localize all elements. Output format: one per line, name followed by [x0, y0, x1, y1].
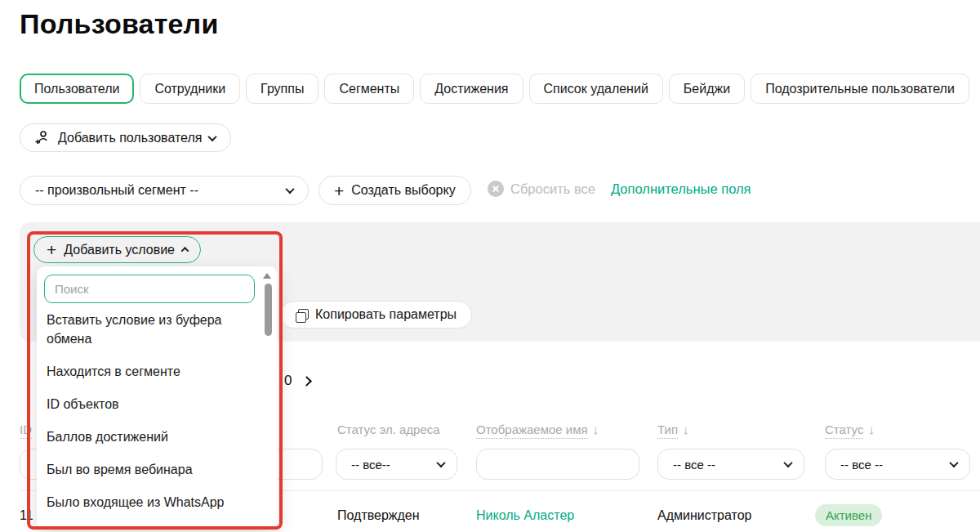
segment-select-value: -- произвольный сегмент --: [35, 183, 198, 198]
users-admin-page: Пользователи Пользователи Сотрудники Гру…: [0, 0, 980, 532]
condition-item-whatsapp-incoming[interactable]: Было входящее из WhatsApp: [47, 493, 257, 512]
section-tabs: Пользователи Сотрудники Группы Сегменты …: [20, 74, 969, 104]
condition-dropdown: Вставить условие из буфера обмена Находи…: [37, 266, 278, 530]
scrollbar-thumb[interactable]: [265, 284, 272, 336]
copy-icon: [296, 309, 308, 321]
add-user-icon: [35, 130, 51, 145]
column-label: Отображаемое имя: [476, 422, 588, 439]
condition-item-in-segment[interactable]: Находится в сегменте: [47, 362, 257, 381]
status-filter-select[interactable]: -- все --: [825, 449, 970, 480]
reset-all-button: Сбросить все: [488, 181, 595, 197]
tab-users[interactable]: Пользователи: [20, 74, 134, 104]
extra-fields-link[interactable]: Дополнительные поля: [611, 181, 751, 197]
scrollbar-up-icon[interactable]: [263, 273, 271, 279]
column-label: Статус эл. адреса: [337, 422, 440, 436]
plus-icon: +: [47, 241, 56, 258]
add-condition-label: Добавить условие: [64, 243, 175, 257]
tab-label: Подозрительные пользователи: [765, 82, 955, 96]
create-selection-label: Создать выборку: [351, 183, 455, 198]
column-label: ID: [20, 422, 32, 439]
tab-suspicious-users[interactable]: Подозрительные пользователи: [751, 74, 969, 104]
tab-segments[interactable]: Сегменты: [324, 74, 414, 104]
sort-desc-icon: ↓: [868, 422, 875, 436]
column-header-display-name[interactable]: Отображаемое имя ↓: [476, 422, 599, 439]
condition-search-input[interactable]: [44, 275, 255, 303]
tab-groups[interactable]: Группы: [246, 74, 318, 104]
segment-select[interactable]: -- произвольный сегмент --: [20, 176, 309, 205]
tab-staff[interactable]: Сотрудники: [140, 74, 240, 104]
tab-badges[interactable]: Бейджи: [669, 74, 745, 104]
display-name-filter-input[interactable]: [476, 449, 639, 480]
page-title: Пользователи: [20, 8, 219, 40]
create-selection-button[interactable]: + Создать выборку: [318, 176, 471, 205]
status-badge: Активен: [815, 504, 882, 526]
pagination: 0: [284, 373, 310, 389]
cell-id: 11: [20, 508, 33, 523]
select-value: -- все--: [351, 458, 390, 472]
add-condition-button[interactable]: + Добавить условие: [33, 236, 201, 263]
tab-label: Группы: [261, 82, 304, 96]
tab-label: Список удалений: [544, 82, 648, 96]
tab-label: Бейджи: [684, 82, 730, 96]
condition-item-was-at-webinar[interactable]: Был во время вебинара: [47, 460, 257, 479]
chevron-down-icon: [208, 132, 217, 141]
condition-item-paste-from-clipboard[interactable]: Вставить условие из буфера обмена: [47, 311, 257, 348]
chevron-down-icon: [783, 458, 792, 467]
tab-label: Пользователи: [34, 82, 119, 96]
condition-item-object-ids[interactable]: ID объектов: [47, 395, 257, 414]
email-status-filter-select[interactable]: -- все--: [336, 449, 457, 480]
next-page-icon[interactable]: [302, 376, 313, 387]
copy-params-button[interactable]: Копировать параметры: [280, 301, 472, 329]
tab-achievements[interactable]: Достижения: [420, 74, 523, 104]
column-label: Статус: [825, 422, 863, 439]
page-number[interactable]: 0: [284, 373, 292, 389]
column-header-type[interactable]: Тип ↓: [657, 422, 689, 439]
cell-email-status: Подтвержден: [337, 508, 420, 523]
select-value: -- все --: [840, 458, 883, 472]
column-label: Тип: [657, 422, 678, 439]
x-circle-icon: [488, 181, 504, 197]
tab-label: Сотрудники: [154, 82, 225, 96]
cell-type: Администратор: [657, 508, 751, 523]
type-filter-select[interactable]: -- все --: [657, 449, 804, 480]
condition-item-achievement-points[interactable]: Баллов достижений: [47, 427, 257, 446]
column-header-status[interactable]: Статус ↓: [825, 422, 875, 439]
add-user-button[interactable]: Добавить пользователя: [20, 123, 231, 152]
reset-all-label: Сбросить все: [510, 181, 595, 197]
column-header-email-status: Статус эл. адреса: [337, 422, 440, 436]
tab-deletion-list[interactable]: Список удалений: [529, 74, 663, 104]
column-header-id[interactable]: ID: [20, 422, 32, 439]
tab-label: Сегменты: [339, 82, 399, 96]
chevron-down-icon: [436, 458, 445, 467]
cell-display-name-link[interactable]: Николь Аластер: [476, 508, 574, 523]
condition-list: Вставить условие из буфера обмена Находи…: [47, 311, 257, 512]
chevron-down-icon: [949, 458, 958, 467]
chevron-up-icon: [181, 247, 189, 255]
chevron-down-icon: [285, 185, 294, 194]
sort-desc-icon: ↓: [683, 422, 689, 436]
sort-desc-icon: ↓: [593, 422, 599, 436]
add-user-label: Добавить пользователя: [58, 131, 202, 145]
plus-icon: +: [334, 182, 344, 199]
select-value: -- все --: [673, 458, 715, 472]
copy-params-label: Копировать параметры: [315, 307, 457, 322]
tab-label: Достижения: [434, 82, 508, 96]
